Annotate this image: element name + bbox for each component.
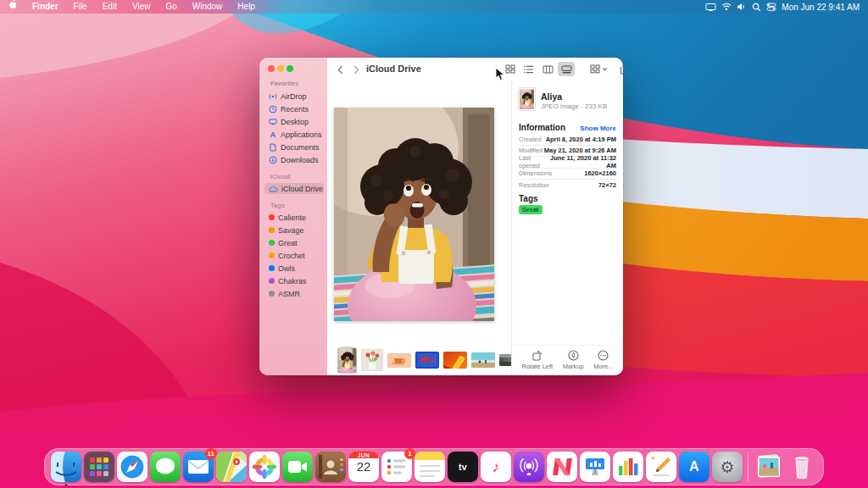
share-icon (620, 64, 624, 75)
menu-item-help[interactable]: Help (230, 0, 263, 14)
apple-menu[interactable] (0, 0, 25, 14)
menu-item-edit[interactable]: Edit (95, 0, 125, 14)
dock-mail[interactable]: 11 (183, 452, 214, 482)
sidebar-item-label: iCloud Drive (281, 185, 323, 193)
dock-podcasts[interactable] (514, 452, 544, 482)
thumbnail-strip (327, 346, 511, 374)
dock-reminders[interactable]: 1 (381, 452, 412, 482)
dock-music[interactable]: ♪ (481, 452, 511, 482)
thumbnail-aliya-selected[interactable] (337, 347, 357, 374)
sidebar-tag-owls[interactable]: Owls (264, 263, 324, 274)
dock-system-preferences[interactable]: ⚙ (712, 452, 743, 482)
dock-tv[interactable]: tv (448, 452, 478, 482)
sidebar-item-icloud-drive[interactable]: iCloud Drive (264, 183, 324, 194)
thumbnail-orange-abstract[interactable] (443, 352, 467, 369)
dock-safari[interactable] (117, 452, 147, 482)
airdrop-icon (269, 92, 277, 101)
show-more-link[interactable]: Show More (580, 125, 616, 132)
title-bar: iCloud Drive (327, 58, 623, 81)
sidebar-item-applications[interactable]: A Applications (264, 129, 324, 140)
dock-facetime[interactable] (282, 452, 313, 482)
share-button[interactable] (615, 62, 623, 76)
sidebar-item-desktop[interactable]: Desktop (264, 116, 324, 127)
sidebar-item-downloads[interactable]: Downloads (264, 154, 324, 165)
thumbnail-cup[interactable] (387, 353, 411, 368)
menu-item-finder[interactable]: Finder (25, 0, 66, 14)
desktop: Finder File Edit View Go Window Help (0, 0, 868, 488)
info-row-created: Created April 8, 2020 at 4:19 PM (519, 134, 616, 146)
dock-downloads-stack[interactable] (754, 452, 784, 482)
sidebar-item-label: Documents (281, 143, 320, 152)
markup-button[interactable]: Markup (563, 350, 584, 370)
dock-trash[interactable] (787, 452, 817, 482)
sidebar-tag-caliente[interactable]: Caliente (264, 212, 324, 223)
dock-contacts[interactable] (315, 452, 346, 482)
gallery-view-icon (561, 65, 572, 74)
launchpad-icon (84, 452, 114, 482)
sidebar-item-documents[interactable]: Documents (264, 141, 324, 152)
dock-appstore[interactable]: A (679, 452, 709, 482)
sidebar-tag-crochet[interactable]: Crochet (264, 250, 324, 261)
dock-pages[interactable]: “ (646, 452, 676, 482)
menu-item-go[interactable]: Go (158, 0, 184, 14)
forward-button[interactable] (349, 63, 363, 76)
sidebar-tag-savage[interactable]: Savage (264, 225, 324, 236)
calendar-day: 22 (348, 459, 379, 474)
dock-maps[interactable] (216, 452, 247, 482)
dock-keynote[interactable] (580, 452, 610, 482)
view-switcher (502, 62, 575, 76)
more-actions-button[interactable]: More... (593, 350, 613, 370)
list-view-button[interactable] (520, 62, 537, 76)
group-by-button[interactable] (587, 62, 612, 76)
chevron-right-icon (353, 65, 359, 75)
rotate-left-button[interactable]: Rotate Left (521, 350, 553, 370)
info-label: Dimensions (519, 169, 552, 177)
wifi-icon[interactable] (721, 3, 732, 11)
dock-finder[interactable] (51, 452, 81, 482)
menu-clock[interactable]: Mon Jun 22 9:41 AM (782, 3, 860, 12)
main-photo-preview[interactable] (334, 108, 494, 321)
action-label: Rotate Left (521, 363, 553, 370)
sidebar-item-airdrop[interactable]: AirDrop (264, 91, 324, 102)
column-view-button[interactable] (539, 62, 556, 76)
control-center-icon[interactable] (766, 3, 776, 11)
dock-notes[interactable] (415, 452, 445, 482)
tag-pill-great[interactable]: Great (519, 205, 542, 214)
close-button[interactable] (268, 65, 275, 72)
dock-launchpad[interactable] (84, 452, 114, 482)
dock-numbers[interactable] (613, 452, 643, 482)
sidebar-tag-great[interactable]: Great (264, 237, 324, 248)
display-icon[interactable] (705, 3, 716, 12)
dock-photos[interactable] (249, 452, 280, 482)
back-button[interactable] (333, 63, 347, 76)
tag-label: Savage (278, 226, 304, 235)
dock: 11 (44, 448, 824, 485)
facetime-icon (282, 452, 313, 482)
gallery-view-button[interactable] (558, 62, 575, 76)
spotlight-search-icon[interactable] (752, 3, 761, 12)
tag-label: Crochet (278, 252, 305, 260)
info-panel: Aliya JPEG image - 233 KB Information Sh… (512, 81, 623, 375)
info-label: Created (519, 136, 542, 143)
svg-text:A: A (270, 130, 276, 139)
volume-icon[interactable] (737, 3, 747, 11)
menu-item-view[interactable]: View (125, 0, 159, 14)
dock-calendar[interactable]: JUN 22 (348, 452, 379, 482)
applications-icon: A (269, 130, 277, 139)
dock-messages[interactable] (150, 452, 181, 482)
menu-item-file[interactable]: File (66, 0, 95, 14)
mail-badge: 11 (205, 448, 217, 459)
sidebar-tag-asmr[interactable]: ASMR (264, 288, 324, 299)
minimize-button[interactable] (277, 65, 284, 72)
menu-item-window[interactable]: Window (185, 0, 231, 14)
sidebar-tag-chakras[interactable]: Chakras (264, 275, 324, 286)
thumbnail-beach[interactable] (471, 352, 495, 368)
tag-dot (269, 278, 275, 284)
zoom-button[interactable] (287, 65, 293, 72)
thumbnail-flowers[interactable] (361, 349, 383, 371)
thumbnail-blue-painting[interactable] (415, 352, 439, 369)
info-value: 72×72 (598, 181, 616, 189)
dock-news[interactable] (547, 452, 577, 482)
group-icon (590, 64, 609, 74)
sidebar-item-recents[interactable]: Recents (264, 103, 324, 114)
